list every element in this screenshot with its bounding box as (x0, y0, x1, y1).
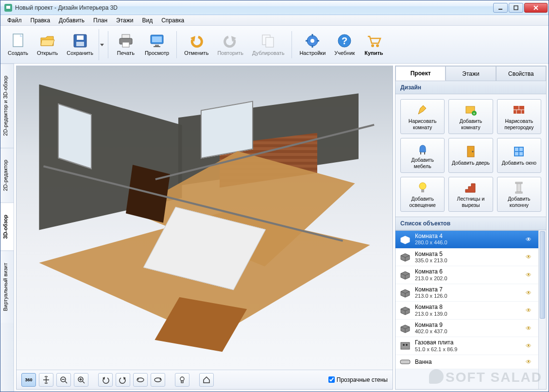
visibility-icon[interactable]: 👁 (526, 236, 534, 243)
tab-floors[interactable]: Этажи (446, 66, 496, 81)
home-button[interactable] (199, 373, 214, 387)
object-list-item[interactable]: Газовая плита 51.0 x 62.1 x 86.9 👁 (395, 337, 538, 355)
orbit-right-button[interactable] (151, 373, 165, 387)
visibility-icon[interactable]: 👁 (526, 307, 534, 314)
add-column-button[interactable]: Добавить колонну (497, 177, 541, 212)
object-list-item[interactable]: Ванна 👁 (395, 355, 538, 369)
create-button[interactable]: Создать (4, 29, 32, 60)
svg-text:?: ? (342, 35, 347, 46)
rotate-right-button[interactable] (116, 373, 130, 387)
view-360-button[interactable]: 360 (21, 373, 36, 387)
add-furniture-button[interactable]: Добавить мебель (400, 138, 445, 173)
side-tab-bar: 2D-редактор и 3D-обзор 2D-редактор 3D-об… (0, 64, 14, 392)
svg-rect-8 (76, 42, 84, 46)
object-list-item[interactable]: Комната 7 213.0 x 126.0 👁 (395, 284, 538, 302)
menu-add[interactable]: Добавить (55, 16, 88, 25)
door-icon (464, 145, 478, 158)
scrollbar-thumb[interactable] (540, 231, 545, 319)
side-tab-3d[interactable]: 3D-обзор (0, 203, 14, 251)
design-tools-grid: Нарисовать комнату +Добавить комнату Нар… (395, 94, 546, 217)
object-list-item[interactable]: Комната 9 402.0 x 437.0 👁 (395, 320, 538, 338)
redo-button[interactable]: Повторить (214, 29, 247, 60)
side-tab-combo[interactable]: 2D-редактор и 3D-обзор (0, 64, 14, 148)
window-3d (58, 103, 92, 169)
add-window-button[interactable]: Добавить окно (497, 138, 541, 173)
object-list-item[interactable]: Комната 6 213.0 x 202.0 👁 (395, 266, 538, 284)
preview-button[interactable]: Просмотр (141, 29, 172, 60)
tutorial-button[interactable]: ? Учебник (331, 29, 358, 60)
visibility-icon[interactable]: 👁 (526, 254, 534, 260)
box-icon (399, 252, 411, 262)
new-file-icon (10, 33, 26, 49)
menu-edit[interactable]: Правка (27, 16, 54, 25)
label: Учебник (334, 50, 355, 56)
visibility-icon[interactable]: 👁 (526, 272, 534, 278)
object-list-item[interactable]: Комната 5 335.0 x 213.0 👁 (395, 249, 538, 267)
svg-rect-66 (401, 342, 410, 349)
menu-view[interactable]: Вид (138, 16, 156, 25)
label: Открыть (37, 50, 58, 56)
menu-file[interactable]: Файл (3, 16, 26, 25)
undo-button[interactable]: Отменить (181, 29, 212, 60)
visibility-icon[interactable]: 👁 (526, 342, 534, 349)
visibility-icon[interactable]: 👁 (526, 290, 534, 296)
add-light-button[interactable]: Добавить освещение (400, 177, 445, 212)
titlebar: Новый проект - Дизайн Интерьера 3D (0, 0, 549, 15)
save-button[interactable]: Сохранить (63, 29, 97, 60)
menu-help[interactable]: Справка (157, 16, 188, 25)
print-button[interactable]: Печать (112, 29, 139, 60)
object-dimensions: 213.0 x 126.0 (415, 293, 522, 299)
transparent-walls-checkbox[interactable]: Прозрачные стены (328, 376, 388, 383)
rotate-left-button[interactable] (98, 373, 113, 387)
scrollbar[interactable] (538, 230, 546, 389)
minimize-button[interactable] (493, 3, 508, 13)
side-tab-2d[interactable]: 2D-редактор (0, 148, 14, 203)
tab-project[interactable]: Проект (395, 66, 446, 81)
zoom-out-button[interactable] (56, 373, 71, 387)
draw-wall-button[interactable]: Нарисовать перегородку (497, 99, 541, 134)
box-icon (399, 306, 411, 315)
add-door-button[interactable]: Добавить дверь (448, 138, 493, 173)
viewport: 360 Прозрачные стены (16, 66, 393, 390)
app-window: Новый проект - Дизайн Интерьера 3D Файл … (0, 0, 549, 392)
stairs-icon (464, 181, 478, 194)
svg-rect-16 (154, 46, 160, 47)
transparent-walls-input[interactable] (328, 376, 335, 383)
add-room-button[interactable]: +Добавить комнату (448, 99, 493, 134)
side-tab-virtual[interactable]: Виртуальный визит (0, 251, 14, 323)
duplicate-button[interactable]: Дублировать (249, 29, 288, 60)
open-button[interactable]: Открыть (34, 29, 61, 60)
window-title: Новый проект - Дизайн Интерьера 3D (15, 4, 493, 11)
svg-point-22 (310, 39, 314, 43)
svg-rect-69 (400, 360, 410, 364)
object-list-item[interactable]: Комната 4 280.0 x 446.0 👁 (395, 231, 538, 249)
object-dimensions: 51.0 x 62.1 x 86.9 (415, 346, 522, 353)
menu-floors[interactable]: Этажи (112, 16, 137, 25)
stairs-button[interactable]: Лестницы и вырезы (448, 177, 493, 212)
svg-rect-62 (421, 189, 424, 192)
object-list: Комната 4 280.0 x 446.0 👁 Комната 5 335.… (395, 230, 538, 369)
settings-button[interactable]: Настройки (296, 29, 329, 60)
window-controls (493, 3, 548, 13)
box-icon (399, 341, 411, 351)
right-panel: Проект Этажи Свойства Дизайн Нарисовать … (395, 66, 547, 390)
svg-point-68 (406, 344, 408, 346)
printer-icon (118, 33, 134, 49)
draw-room-button[interactable]: Нарисовать комнату (400, 99, 445, 134)
zoom-in-button[interactable] (74, 373, 88, 387)
object-list-item[interactable]: Комната 8 213.0 x 139.0 👁 (395, 302, 538, 320)
visibility-icon[interactable]: 👁 (526, 358, 534, 365)
pan-button[interactable] (39, 373, 53, 387)
window-3d (201, 101, 253, 159)
maximize-button[interactable] (509, 3, 523, 13)
object-name: Комната 8 (415, 304, 522, 310)
buy-button[interactable]: Купить (360, 29, 387, 60)
orbit-left-button[interactable] (133, 373, 148, 387)
lighting-button[interactable] (175, 373, 189, 387)
visibility-icon[interactable]: 👁 (526, 325, 534, 332)
menu-plan[interactable]: План (89, 16, 111, 25)
3d-canvas[interactable] (17, 66, 393, 370)
save-dropdown[interactable] (99, 29, 104, 60)
tab-properties[interactable]: Свойства (496, 66, 546, 81)
close-button[interactable] (524, 3, 548, 13)
